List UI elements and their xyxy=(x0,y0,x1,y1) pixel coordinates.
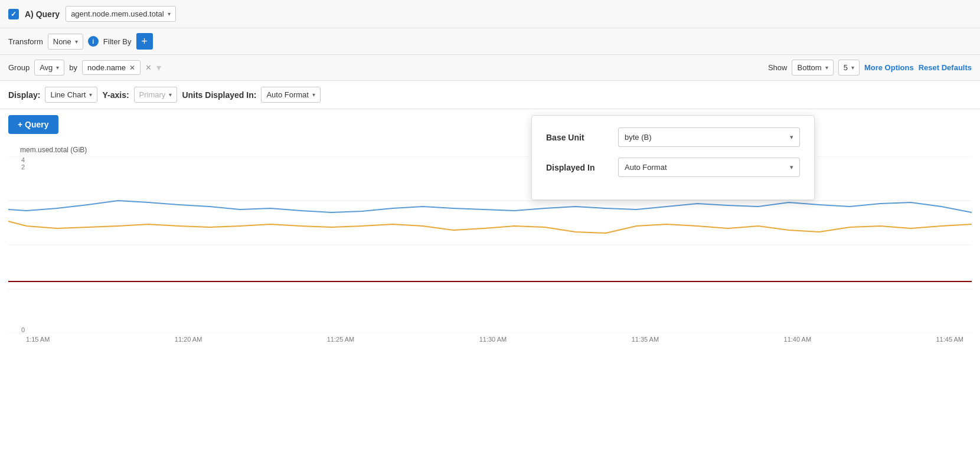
x-label-4: 11:35 AM xyxy=(632,336,659,343)
base-unit-row: Base Unit byte (B) ▾ xyxy=(546,127,800,147)
chart-type-select[interactable]: Line Chart ▾ xyxy=(45,87,97,103)
group-avg-select[interactable]: Avg ▾ xyxy=(34,60,64,76)
show-label: Show xyxy=(768,63,788,72)
displayed-in-select[interactable]: Auto Format ▾ xyxy=(618,158,800,177)
chart-x-labels: 1:15 AM 11:20 AM 11:25 AM 11:30 AM 11:35… xyxy=(8,333,972,343)
show-number-caret: ▾ xyxy=(851,64,854,71)
chart-y-axis-label: mem.used.total (GiB) xyxy=(20,146,972,154)
query-label: A) Query xyxy=(25,9,60,19)
units-label: Units Displayed In: xyxy=(182,90,256,100)
group-row: Group Avg ▾ by node.name ✕ ✕ ▾ Show Bott… xyxy=(0,55,980,81)
displayed-in-value: Auto Format xyxy=(625,163,667,172)
yaxis-value: Primary xyxy=(139,90,166,99)
query-metric-select[interactable]: agent.node.mem.used.total ▾ xyxy=(66,6,176,22)
display-label: Display: xyxy=(8,90,40,100)
chart-area: mem.used.total (GiB) 4 2 0 xyxy=(0,140,980,343)
more-options-link[interactable]: More Options xyxy=(864,63,914,72)
filter-by-add-button[interactable]: + xyxy=(136,33,153,50)
x-label-0: 1:15 AM xyxy=(26,336,50,343)
x-label-6: 11:45 AM xyxy=(936,336,963,343)
chart-type-value: Line Chart xyxy=(50,90,86,99)
show-bottom-caret: ▾ xyxy=(825,64,828,71)
tag-remove-icon[interactable]: ✕ xyxy=(129,64,135,72)
add-query-label: + Query xyxy=(18,120,49,129)
reset-defaults-link[interactable]: Reset Defaults xyxy=(919,63,972,72)
query-metric-caret: ▾ xyxy=(168,11,171,17)
units-caret: ▾ xyxy=(312,91,315,98)
group-avg-value: Avg xyxy=(40,63,53,72)
show-bottom-value: Bottom xyxy=(797,63,821,72)
group-by-tag[interactable]: node.name ✕ xyxy=(82,60,141,75)
main-container: A) Query agent.node.mem.used.total ▾ Tra… xyxy=(0,0,980,465)
add-query-row: + Query xyxy=(0,109,980,140)
group-label: Group xyxy=(8,63,30,72)
displayed-in-row: Displayed In Auto Format ▾ xyxy=(546,158,800,177)
yaxis-caret: ▾ xyxy=(169,91,172,98)
show-number-value: 5 xyxy=(844,63,848,72)
query-checkbox[interactable] xyxy=(8,9,19,19)
group-divider: ▾ xyxy=(156,62,161,73)
transform-row: Transform None ▾ i Filter By + xyxy=(0,28,980,55)
filter-by-label: Filter By xyxy=(103,37,132,46)
info-icon[interactable]: i xyxy=(88,36,99,47)
displayed-in-caret: ▾ xyxy=(790,163,793,171)
yaxis-select[interactable]: Primary ▾ xyxy=(134,87,178,103)
chart-svg xyxy=(8,156,972,333)
show-number-select[interactable]: 5 ▾ xyxy=(838,60,860,76)
units-select[interactable]: Auto Format ▾ xyxy=(261,87,321,103)
x-label-5: 11:40 AM xyxy=(784,336,811,343)
plus-icon: + xyxy=(141,35,148,48)
group-avg-caret: ▾ xyxy=(56,64,59,71)
display-row: Display: Line Chart ▾ Y-axis: Primary ▾ … xyxy=(0,81,980,109)
base-unit-field-label: Base Unit xyxy=(546,133,611,142)
add-query-button[interactable]: + Query xyxy=(8,115,58,134)
orange-series-line xyxy=(8,221,972,233)
chart-type-caret: ▾ xyxy=(89,91,92,98)
units-value: Auto Format xyxy=(266,90,309,99)
transform-none-value: None xyxy=(53,37,71,46)
transform-none-select[interactable]: None ▾ xyxy=(48,34,83,50)
by-label: by xyxy=(69,63,77,72)
x-label-1: 11:20 AM xyxy=(175,336,202,343)
x-label-3: 11:30 AM xyxy=(479,336,507,343)
base-unit-value: byte (B) xyxy=(625,133,652,142)
transform-caret: ▾ xyxy=(75,38,78,45)
transform-label: Transform xyxy=(8,37,43,46)
yaxis-label: Y-axis: xyxy=(102,90,129,100)
tag-value: node.name xyxy=(87,63,126,72)
x-label-2: 11:25 AM xyxy=(327,336,354,343)
displayed-in-field-label: Displayed In xyxy=(546,163,611,172)
query-row: A) Query agent.node.mem.used.total ▾ xyxy=(0,0,980,28)
blue-series-line xyxy=(8,201,972,212)
units-dropdown-popup: Base Unit byte (B) ▾ Displayed In Auto F… xyxy=(531,115,815,200)
query-metric-value: agent.node.mem.used.total xyxy=(71,9,164,18)
base-unit-select[interactable]: byte (B) ▾ xyxy=(618,127,800,147)
clear-group-icon[interactable]: ✕ xyxy=(145,63,152,72)
show-bottom-select[interactable]: Bottom ▾ xyxy=(792,60,833,76)
base-unit-caret: ▾ xyxy=(790,133,793,141)
